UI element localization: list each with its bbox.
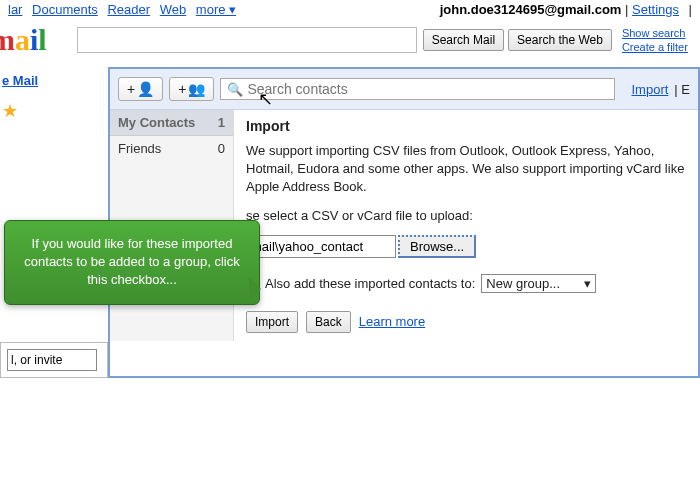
group-select-value: New group...	[486, 276, 560, 291]
chevron-down-icon: ▾	[584, 276, 591, 291]
group-select[interactable]: New group... ▾	[481, 274, 596, 293]
chat-invite-input[interactable]	[7, 349, 97, 371]
star-icon: ★	[2, 100, 108, 122]
sidebar-header-count: 1	[218, 115, 225, 130]
browse-button[interactable]: Browse...	[398, 235, 476, 258]
show-search-options[interactable]: Show search	[622, 27, 686, 39]
add-contact-button[interactable]: + 👤	[118, 77, 163, 101]
search-input[interactable]	[77, 27, 417, 53]
sidebar-item-count: 0	[218, 141, 225, 156]
file-path-input[interactable]	[246, 235, 396, 258]
search-options-links: Show search Create a filter	[622, 26, 688, 55]
compose-mail-link[interactable]: e Mail	[0, 67, 108, 94]
contact-search-input[interactable]	[247, 81, 608, 97]
sidebar-header[interactable]: My Contacts 1	[110, 110, 233, 136]
chat-widget	[0, 342, 108, 378]
import-heading: Import	[246, 118, 686, 134]
settings-link[interactable]: Settings	[632, 2, 679, 17]
nav-calendar[interactable]: lar	[8, 2, 22, 17]
add-group-button[interactable]: + 👥	[169, 77, 214, 101]
import-description: We support importing CSV files from Outl…	[246, 142, 686, 197]
back-button[interactable]: Back	[306, 311, 351, 333]
nav-reader[interactable]: Reader	[107, 2, 150, 17]
account-email: john.doe3124695@gmail.com	[440, 2, 622, 17]
search-web-button[interactable]: Search the Web	[508, 29, 612, 51]
sidebar-header-label: My Contacts	[118, 115, 195, 130]
gmail-logo: mail	[0, 23, 47, 57]
nav-documents[interactable]: Documents	[32, 2, 98, 17]
import-content: Import We support importing CSV files fr…	[234, 110, 698, 341]
top-nav: lar Documents Reader Web more ▾	[8, 2, 242, 17]
tutorial-tooltip: If you would like for these imported con…	[4, 220, 260, 305]
plus-icon: +	[178, 81, 186, 97]
search-mail-button[interactable]: Search Mail	[423, 29, 504, 51]
person-icon: 👤	[137, 81, 154, 97]
plus-icon: +	[127, 81, 135, 97]
import-button[interactable]: Import	[246, 311, 298, 333]
create-filter[interactable]: Create a filter	[622, 41, 688, 53]
account-area: john.doe3124695@gmail.com | Settings |	[440, 2, 692, 17]
learn-more-link[interactable]: Learn more	[359, 314, 425, 329]
import-instruction: se select a CSV or vCard file to upload:	[246, 207, 686, 225]
add-to-group-label: Also add these imported contacts to:	[265, 276, 475, 291]
sidebar-item-friends[interactable]: Friends 0	[110, 136, 233, 161]
import-link[interactable]: Import	[631, 82, 668, 97]
contact-search-box[interactable]: 🔍	[220, 78, 615, 100]
nav-web[interactable]: Web	[160, 2, 187, 17]
tooltip-text: If you would like for these imported con…	[24, 236, 239, 287]
people-icon: 👥	[188, 81, 205, 97]
search-icon: 🔍	[227, 82, 243, 97]
sidebar-item-label: Friends	[118, 141, 161, 156]
nav-more[interactable]: more ▾	[196, 2, 236, 17]
